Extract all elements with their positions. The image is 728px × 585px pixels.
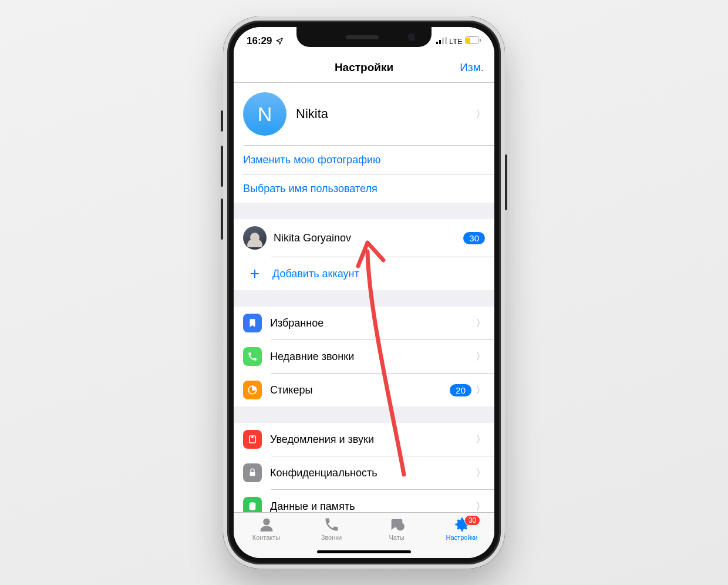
privacy-row[interactable]: Конфиденциальность 〉 (234, 456, 494, 489)
svg-rect-0 (436, 42, 438, 44)
notifications-label: Уведомления и звуки (270, 433, 374, 446)
svg-rect-3 (445, 37, 447, 44)
notch (296, 27, 432, 47)
svg-rect-5 (466, 38, 470, 43)
account-row[interactable]: Nikita Goryainov 30 (234, 219, 494, 257)
svg-rect-1 (439, 40, 441, 44)
tab-settings-badge: 30 (464, 515, 480, 526)
phone-icon (243, 347, 262, 366)
speaker-icon (346, 35, 379, 39)
svg-point-9 (252, 436, 253, 438)
phone-frame: 16:29 LTE Настройки Изм. (223, 16, 505, 569)
add-account-row[interactable]: + Добавить аккаунт (234, 257, 494, 290)
front-camera-icon (408, 33, 415, 41)
chevron-right-icon: 〉 (476, 109, 485, 120)
svg-point-13 (396, 523, 404, 531)
saved-label: Избранное (270, 317, 323, 330)
profile-row[interactable]: N Nikita 〉 (234, 83, 494, 145)
change-photo-link[interactable]: Изменить мою фотографию (234, 146, 494, 174)
tab-settings[interactable]: 30 Настройки (429, 516, 494, 558)
cell-signal-icon (436, 35, 447, 47)
data-storage-row[interactable]: Данные и память 〉 (234, 490, 494, 512)
bookmark-icon (243, 314, 262, 332)
tab-contacts-label: Контакты (252, 534, 281, 541)
chevron-right-icon: 〉 (476, 385, 485, 396)
stickers-badge: 20 (450, 384, 471, 396)
home-indicator[interactable] (317, 550, 411, 553)
stickers-row[interactable]: Стикеры 20 〉 (234, 374, 494, 406)
account-avatar-icon (243, 226, 267, 250)
avatar: N (243, 92, 287, 136)
tab-chats-label: Чаты (389, 534, 404, 541)
chevron-right-icon: 〉 (476, 434, 485, 445)
lock-icon (243, 463, 262, 482)
profile-group: N Nikita 〉 Изменить мою фотографию Выбра… (234, 83, 494, 203)
content-scroll[interactable]: N Nikita 〉 Изменить мою фотографию Выбра… (234, 83, 494, 512)
volume-up (221, 146, 223, 187)
mute-switch (221, 110, 223, 132)
bell-icon (243, 430, 262, 449)
settings-group-1: Избранное 〉 Недавние звонки 〉 (234, 307, 494, 406)
saved-messages-row[interactable]: Избранное 〉 (234, 307, 494, 339)
location-arrow-icon (275, 37, 284, 45)
database-icon (243, 497, 262, 512)
network-label: LTE (449, 37, 463, 46)
svg-rect-6 (480, 39, 481, 42)
status-time: 16:29 (247, 35, 272, 47)
settings-group-2: Уведомления и звуки 〉 Конфиденциальность… (234, 423, 494, 512)
battery-icon (465, 35, 481, 47)
accounts-group: Nikita Goryainov 30 + Добавить аккаунт (234, 219, 494, 290)
stickers-label: Стикеры (270, 384, 312, 396)
tab-settings-label: Настройки (446, 534, 478, 541)
sticker-icon (243, 381, 262, 399)
profile-name: Nikita (296, 106, 328, 122)
chevron-right-icon: 〉 (476, 501, 485, 512)
chevron-right-icon: 〉 (476, 351, 485, 362)
notifications-row[interactable]: Уведомления и звуки 〉 (234, 423, 494, 456)
navbar: Настройки Изм. (234, 55, 494, 83)
account-badge: 30 (463, 232, 485, 244)
chevron-right-icon: 〉 (476, 318, 485, 329)
tab-calls-label: Звонки (321, 534, 342, 541)
volume-down (221, 199, 223, 240)
recent-calls-row[interactable]: Недавние звонки 〉 (234, 340, 494, 373)
account-name: Nikita Goryainov (274, 232, 351, 244)
recent-calls-label: Недавние звонки (270, 351, 354, 363)
svg-point-12 (263, 519, 270, 526)
svg-rect-10 (250, 472, 255, 476)
plus-icon: + (243, 264, 267, 283)
tab-contacts[interactable]: Контакты (234, 516, 299, 558)
choose-username-link[interactable]: Выбрать имя пользователя (234, 174, 494, 203)
page-title: Настройки (243, 61, 485, 74)
chevron-right-icon: 〉 (476, 468, 485, 479)
svg-rect-2 (442, 38, 444, 44)
privacy-label: Конфиденциальность (270, 467, 378, 479)
edit-button[interactable]: Изм. (460, 61, 484, 74)
add-account-label: Добавить аккаунт (272, 268, 359, 280)
power-button (505, 154, 507, 210)
data-storage-label: Данные и память (270, 500, 355, 513)
screen: 16:29 LTE Настройки Изм. (234, 27, 494, 558)
